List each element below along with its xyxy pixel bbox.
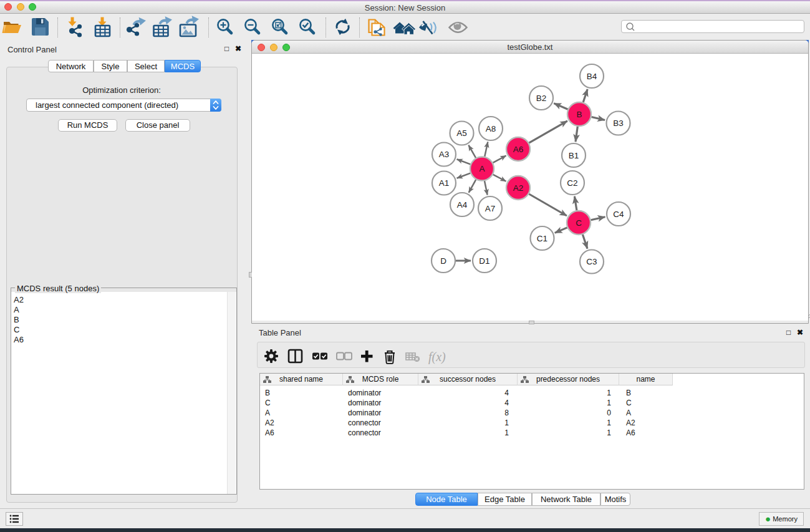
svg-text:B2: B2 <box>536 94 547 103</box>
svg-text:C2: C2 <box>567 178 577 188</box>
svg-text:A5: A5 <box>456 128 467 138</box>
svg-text:A6: A6 <box>513 145 524 154</box>
svg-text:A2: A2 <box>513 183 524 193</box>
svg-text:B1: B1 <box>569 151 579 160</box>
svg-text:C1: C1 <box>537 234 547 243</box>
svg-text:A1: A1 <box>439 178 450 188</box>
svg-text:C: C <box>576 218 582 228</box>
svg-text:A: A <box>479 164 485 173</box>
svg-text:A3: A3 <box>439 150 450 159</box>
svg-text:f(x): f(x) <box>428 350 446 364</box>
svg-text:C3: C3 <box>586 257 597 266</box>
svg-text:A8: A8 <box>486 124 496 133</box>
svg-text:A4: A4 <box>457 200 468 210</box>
svg-text:A7: A7 <box>485 204 496 213</box>
svg-text:B3: B3 <box>613 118 624 128</box>
svg-text:B: B <box>576 110 582 119</box>
svg-text:B4: B4 <box>587 72 597 81</box>
svg-text:C4: C4 <box>613 210 624 219</box>
svg-text:D1: D1 <box>479 256 489 266</box>
svg-text:D: D <box>440 256 446 266</box>
